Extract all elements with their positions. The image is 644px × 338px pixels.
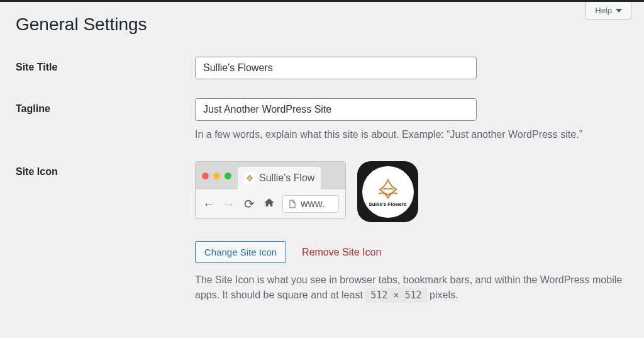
app-icon-inner: Sullie's Flowers [362,166,414,218]
browser-toolbar: ← → ⟳ www. [196,189,345,218]
help-tab[interactable]: Help [586,2,631,20]
home-icon [262,197,276,211]
help-label: Help [595,6,612,15]
traffic-light-red-icon [202,172,209,179]
site-title-label: Site Title [16,57,195,73]
tagline-description: In a few words, explain what this site i… [195,127,628,142]
traffic-light-yellow-icon [213,172,220,179]
page-title: General Settings [16,14,628,35]
chevron-down-icon [616,9,622,13]
site-icon-description-after: pixels. [430,290,458,300]
traffic-light-green-icon [225,172,231,179]
forward-icon: → [222,197,236,211]
reload-icon: ⟳ [242,196,256,211]
traffic-lights [202,172,231,179]
site-icon-size-code: 512 × 512 [365,288,426,303]
back-icon: ← [202,197,216,211]
url-bar: www. [282,195,339,213]
url-text: www. [301,198,325,210]
app-icon-preview: Sullie's Flowers [357,161,418,222]
change-site-icon-button[interactable]: Change Site Icon [195,241,286,263]
browser-tab: Sullie's Flow [238,167,321,189]
site-title-input[interactable] [195,57,477,79]
browser-preview: Sullie's Flow ← → ⟳ ww [195,161,346,219]
tab-favicon-icon [244,172,255,184]
site-icon-label: Site Icon [16,161,195,177]
tagline-label: Tagline [16,98,195,115]
app-icon-brand: Sullie's Flowers [369,201,406,207]
remove-site-icon-button[interactable]: Remove Site Icon [302,247,381,258]
tab-title: Sullie's Flow [259,172,314,184]
browser-tabs-bar: Sullie's Flow [196,162,345,189]
site-icon-description: The Site Icon is what you see in browser… [195,273,628,303]
tagline-input[interactable] [195,98,477,121]
lotus-icon [374,176,402,200]
